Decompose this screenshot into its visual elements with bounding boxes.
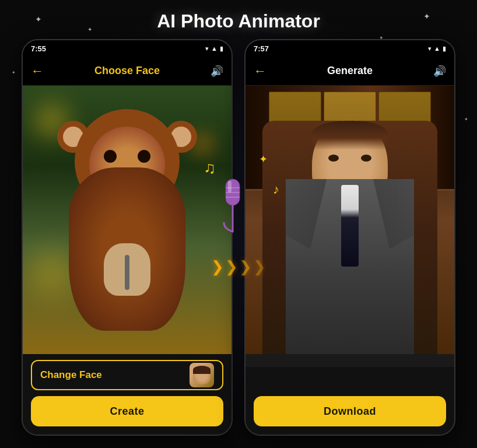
face-thumbnail	[190, 363, 214, 387]
left-sound-icon[interactable]: 🔊	[211, 65, 223, 78]
right-phone-controls: Download	[245, 367, 454, 435]
monkey-child-image	[23, 86, 232, 354]
left-back-button[interactable]: ←	[31, 64, 44, 79]
suit-body	[286, 179, 414, 354]
wifi-icon: ▲	[211, 45, 218, 52]
monkey-costume	[51, 109, 203, 331]
child-eye-right	[138, 150, 150, 163]
right-phone: 7:57 ▾ ▲ ▮ ← Generate 🔊	[244, 39, 455, 436]
right-status-time: 7:57	[254, 44, 269, 53]
man-hair	[312, 121, 388, 150]
right-back-button[interactable]: ←	[254, 64, 266, 79]
zipper	[125, 255, 129, 290]
right-nav-title: Generate	[327, 65, 373, 77]
suit-lapel-right	[373, 179, 414, 249]
suit-lapel-left	[286, 179, 327, 249]
right-sound-icon[interactable]: 🔊	[433, 65, 446, 78]
right-wifi-icon: ▲	[434, 45, 440, 52]
change-face-label: Change Face	[40, 369, 102, 381]
create-button[interactable]: Create	[31, 396, 223, 426]
left-status-time: 7:55	[31, 44, 46, 53]
left-image-area	[23, 86, 232, 354]
left-nav-title: Choose Face	[94, 65, 160, 77]
phones-container: 7:55 ▾ ▲ ▮ ← Choose Face 🔊	[0, 39, 477, 436]
left-phone-controls: Change Face Create	[23, 354, 232, 435]
mini-hair	[193, 366, 211, 374]
right-image-area	[245, 86, 454, 354]
right-nav-bar: ← Generate 🔊	[245, 57, 454, 86]
left-status-icons: ▾ ▲ ▮	[205, 45, 223, 52]
man-eye-left	[328, 155, 339, 162]
costume-body	[69, 167, 185, 331]
shirt-tie	[341, 185, 359, 267]
man-eye-right	[361, 155, 371, 162]
suited-man	[268, 92, 432, 354]
page-title: AI Photo Animator	[0, 0, 477, 39]
left-status-bar: 7:55 ▾ ▲ ▮	[23, 40, 232, 57]
change-face-button[interactable]: Change Face	[31, 360, 223, 390]
child-eye-left	[104, 150, 117, 163]
right-signal-icon: ▾	[428, 45, 432, 52]
left-phone: 7:55 ▾ ▲ ▮ ← Choose Face 🔊	[22, 39, 233, 436]
messi-thumbnail	[193, 366, 211, 384]
right-status-bar: 7:57 ▾ ▲ ▮	[245, 40, 454, 57]
right-battery-icon: ▮	[443, 45, 446, 52]
left-nav-bar: ← Choose Face 🔊	[23, 57, 232, 86]
battery-icon: ▮	[220, 45, 223, 52]
download-button[interactable]: Download	[254, 396, 446, 426]
right-status-icons: ▾ ▲ ▮	[428, 45, 446, 52]
suited-man-image	[245, 86, 454, 354]
signal-icon: ▾	[205, 45, 209, 52]
